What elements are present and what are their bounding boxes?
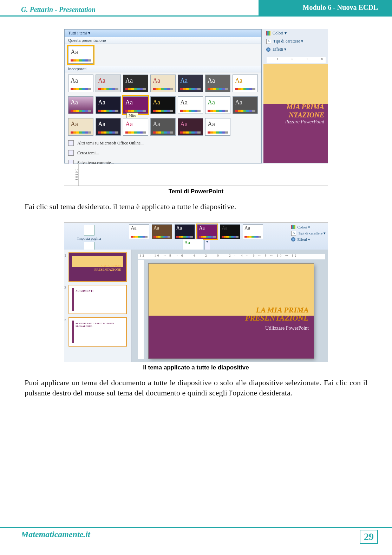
all-themes-label: Tutti i temi ▾ (68, 31, 90, 36)
theme-gallery-item-selected[interactable]: Aa (197, 224, 217, 239)
section-this-presentation: Questa presentazione (65, 37, 261, 44)
slide-number: 2 (64, 285, 66, 290)
page-setup-button[interactable]: Imposta pagina (76, 224, 103, 241)
theme-thumb[interactable]: Aa (205, 96, 230, 114)
theme-thumb[interactable]: Aa (233, 96, 258, 114)
slide-subtitle-frag: ilizzare PowerPoint (263, 119, 324, 125)
fonts-button[interactable]: ATipi di carattere ▾ (291, 230, 326, 237)
ribbon-theme-options: Colori ▾ ATipi di carattere ▾ Effetti ▾ … (263, 29, 328, 163)
theme-thumb[interactable]: Aa (178, 96, 203, 114)
ruler-horizontal: 12 ⋯ 10 ⋯ 8 ⋯ 6 ⋯ 4 ⋯ 2 ⋯ 0 ⋯ 2 ⋯ 4 ⋯ 6 … (138, 254, 325, 259)
palette-icon (291, 225, 295, 229)
search-icon (68, 150, 74, 156)
paragraph-1: Fai clic sul tema desiderato. il tema è … (25, 201, 367, 212)
effects-icon (291, 237, 295, 241)
theme-thumb[interactable]: Aa (178, 75, 203, 92)
theme-thumb[interactable]: Aa (96, 75, 121, 92)
figure-themes-dropdown: Tutti i temi ▾ Questa presentazione Aa I… (64, 29, 328, 186)
font-icon: A (291, 231, 296, 236)
slide-thumbnail[interactable]: 3 MODIFICARE L'ASPETTO DI UN SEGNAPOSTO (68, 317, 127, 347)
bottom-area: 1 6 1 8 1 (64, 164, 328, 186)
font-icon: A (266, 39, 271, 44)
slide-number: 3 (64, 318, 66, 322)
slide-thumbnail[interactable]: 2 ARGOMENTI (68, 285, 127, 314)
header-rule (0, 15, 392, 17)
theme-gallery-item[interactable]: Aa (243, 224, 263, 239)
main-slide[interactable]: LA MIA PRIMA PRESENTAZIONE Utilizzare Po… (149, 264, 314, 359)
theme-thumb[interactable]: Aa (178, 118, 203, 136)
theme-thumb[interactable]: Aa (123, 118, 148, 136)
ruler-vertical (138, 260, 144, 359)
theme-tooltip: Mito (126, 112, 138, 118)
theme-thumb[interactable]: Aa (233, 75, 258, 92)
theme-thumb-hover[interactable]: Aa (123, 96, 148, 114)
page-setup-label: Imposta pagina (77, 236, 101, 240)
slide-number: 1 (64, 253, 66, 257)
slide-thumbnail[interactable]: 1 LA MIA PRIMA PRESENTAZIONE (68, 252, 127, 282)
theme-thumb[interactable]: Aa (123, 75, 148, 92)
paragraph-2: Puoi applicare un tema del documento a t… (25, 377, 367, 398)
theme-thumb-current[interactable]: Aa (68, 46, 93, 64)
fonts-button[interactable]: ATipi di carattere ▾ (263, 37, 328, 45)
footer-site: Matematicamente.it (21, 530, 90, 539)
slide-title: LA MIA PRIMA PRESENTAZIONE (245, 306, 309, 322)
colors-button[interactable]: Colori ▾ (291, 224, 326, 230)
theme-thumb[interactable]: Aa (68, 75, 93, 92)
theme-thumb[interactable]: Aa (150, 118, 176, 136)
themes-panel: Tutti i temi ▾ Questa presentazione Aa I… (64, 29, 262, 163)
all-themes-button[interactable]: Tutti i temi ▾ (65, 30, 261, 37)
theme-gallery-item[interactable]: Aa (152, 224, 172, 239)
theme-thumb[interactable]: Aa (96, 96, 121, 114)
effects-icon (266, 47, 270, 52)
ruler-horizontal: ⋯ 1 ⋯ 6 ⋯ 1 ⋯ 8 ⋯ 1 ⋯ 10 ⋯ 1 (267, 57, 326, 63)
panel-links: Altri temi su Microsoft Office Online...… (65, 138, 261, 168)
slide-preview-cropped: MIA PRIMA NTAZIONE ilizzare PowerPoint (263, 64, 328, 163)
figure-theme-applied: Imposta pagina Orientamento diapositiva … (64, 222, 328, 362)
ruler-vertical: 1 6 1 8 1 (71, 164, 79, 186)
effects-button[interactable]: Effetti ▾ (291, 237, 326, 243)
theme-thumb[interactable]: Aa (205, 118, 230, 136)
slide-subtitle: Utilizzare PowerPoint (265, 325, 309, 331)
globe-icon (68, 140, 74, 146)
ribbon-theme-options: Colori ▾ ATipi di carattere ▾ Effetti ▾ (291, 224, 326, 243)
link-search-themes[interactable]: Cerca temi... (65, 148, 261, 158)
theme-thumb[interactable]: Aa (150, 96, 176, 114)
page-number: 29 (360, 530, 378, 544)
colors-button[interactable]: Colori ▾ (263, 29, 328, 37)
figure2-caption: Il tema applicato a tutte le diapositive (0, 364, 392, 371)
slide-title-frag: NTAZIONE (263, 111, 324, 119)
palette-icon (266, 31, 270, 36)
page-setup-icon (84, 225, 94, 235)
slide-title-frag: MIA PRIMA (263, 103, 324, 111)
theme-thumb[interactable]: Aa (150, 75, 176, 92)
footer-rule (0, 527, 392, 528)
theme-gallery-item[interactable]: Aa (175, 224, 195, 239)
theme-gallery-item[interactable]: Aa (220, 224, 240, 239)
section-builtin: Incorporati (65, 66, 261, 72)
header-left: G. Pettarin - Presentation (21, 6, 96, 14)
page-header: G. Pettarin - Presentation Modulo 6 - Nu… (0, 0, 392, 18)
header-right: Modulo 6 - Nuova ECDL (259, 0, 392, 15)
ribbon: Imposta pagina Orientamento diapositiva … (64, 223, 328, 250)
theme-thumb[interactable]: Aa (68, 96, 93, 114)
slide-panel: 1 LA MIA PRIMA PRESENTAZIONE 2 ARGOMENTI… (64, 250, 131, 362)
theme-thumb[interactable]: Aa (96, 118, 121, 136)
theme-thumb[interactable]: Aa (205, 75, 230, 92)
theme-thumb[interactable]: Aa (68, 118, 93, 136)
link-more-online[interactable]: Altri temi su Microsoft Office Online... (65, 138, 261, 148)
theme-gallery-item[interactable]: Aa (129, 224, 149, 239)
figure1-caption: Temi di PowerPoint (0, 188, 392, 195)
page-footer: Matematicamente.it 29 (0, 527, 392, 544)
editor-area: 12 ⋯ 10 ⋯ 8 ⋯ 6 ⋯ 4 ⋯ 2 ⋯ 0 ⋯ 2 ⋯ 4 ⋯ 6 … (64, 250, 328, 362)
effects-button[interactable]: Effetti ▾ (263, 45, 328, 53)
